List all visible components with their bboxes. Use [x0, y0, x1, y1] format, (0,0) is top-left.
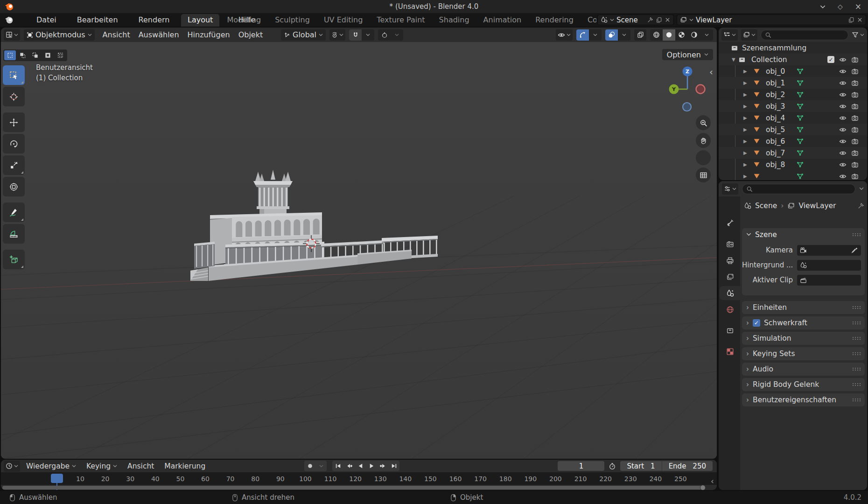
playhead-badge[interactable] [51, 474, 63, 483]
scene-selector[interactable]: Scene [597, 14, 674, 25]
hide-eye-icon[interactable] [839, 147, 847, 159]
hide-eye-icon[interactable] [839, 54, 847, 65]
expand-caret-icon[interactable]: ▶ [743, 124, 747, 135]
outliner-row-obj-7[interactable]: ▶ obj_7 [719, 147, 867, 159]
new-copy-icon[interactable] [656, 17, 662, 23]
select-mode-intersect[interactable] [55, 50, 66, 60]
editor-type-button[interactable] [722, 183, 738, 195]
disable-render-camera-icon[interactable] [851, 135, 859, 147]
tab-compositing[interactable]: Compositing [581, 14, 596, 27]
tool-scale-button[interactable] [3, 155, 25, 175]
new-copy-icon[interactable] [848, 17, 854, 23]
nav-camera-button[interactable] [696, 150, 711, 165]
outliner-row-obj-1[interactable]: ▶ obj_1 [719, 77, 867, 89]
tab-rendering[interactable]: Rendering [529, 14, 580, 27]
editor-type-button[interactable] [4, 29, 20, 41]
select-mode-set[interactable] [4, 50, 16, 60]
timeline-menu-keying[interactable]: Keying [82, 461, 121, 472]
collapse-caret-icon[interactable]: ▼ [732, 54, 735, 65]
overlays-dropdown[interactable] [618, 29, 630, 41]
nav-hand-button[interactable] [696, 133, 711, 148]
tab-shading[interactable]: Shading [433, 14, 476, 27]
nav-zoom-button[interactable] [696, 115, 711, 130]
close-icon[interactable] [857, 17, 863, 23]
viewport-menu-hinzuf-gen[interactable]: Hinzufügen [183, 30, 234, 39]
outliner-row-obj-3[interactable]: ▶ obj_3 [719, 100, 867, 112]
expand-caret-icon[interactable]: ▶ [743, 89, 747, 100]
expand-caret-icon[interactable]: ▶ [743, 100, 747, 112]
collection-checkbox[interactable]: ✓ [827, 54, 834, 65]
tab-animation[interactable]: Animation [477, 14, 528, 27]
close-icon[interactable] [665, 17, 671, 23]
stopwatch-icon[interactable] [609, 462, 616, 470]
tab-modeling[interactable]: Modeling [220, 14, 267, 27]
outliner-row-obj-4[interactable]: ▶ obj_4 [719, 112, 867, 124]
tab-object-tab[interactable] [720, 323, 740, 337]
outliner-row-collection[interactable]: ▼ Collection ✓ [719, 54, 867, 65]
show-gizmo-toggle[interactable] [576, 29, 589, 41]
shading-material-preview-button[interactable] [675, 29, 688, 41]
timeline-ruler[interactable]: 1020304050607080901001101201301401501601… [1, 472, 717, 485]
timeline-collapse-arrow[interactable]: ‹ [711, 476, 714, 486]
expand-caret-icon[interactable]: ▶ [743, 65, 747, 77]
gravity-checkbox[interactable]: ✓ [753, 319, 760, 327]
disable-render-camera-icon[interactable] [851, 54, 859, 65]
proportional-edit-toggle[interactable] [378, 29, 391, 41]
editor-type-button[interactable] [4, 461, 20, 472]
filter-id-dropdown[interactable] [741, 29, 757, 41]
timeline-scrollbar[interactable] [1, 485, 717, 490]
viewport-menu-ansicht[interactable]: Ansicht [98, 30, 134, 39]
shading-solid-button[interactable] [663, 29, 675, 41]
disable-render-camera-icon[interactable] [851, 65, 859, 77]
disable-render-camera-icon[interactable] [851, 77, 859, 89]
window-close-icon[interactable]: × [855, 2, 861, 11]
properties-search-input[interactable] [742, 184, 855, 194]
tool-rotate-button[interactable] [3, 134, 25, 154]
panel-benutzereigenschaften[interactable]: › Benutzereigenschaften [742, 393, 865, 406]
disable-render-camera-icon[interactable] [851, 89, 859, 100]
hide-eye-icon[interactable] [839, 77, 847, 89]
menu-bearbeiten[interactable]: Bearbeiten [70, 14, 125, 26]
hide-eye-icon[interactable] [839, 112, 847, 124]
panel-schwerkraft[interactable]: › ✓ Schwerkraft [742, 316, 865, 329]
blender-app-menu-icon[interactable] [5, 15, 14, 24]
hide-eye-icon[interactable] [839, 135, 847, 147]
field-aktiver-clip-input[interactable] [797, 275, 861, 286]
outliner-search-input[interactable] [761, 30, 848, 40]
tool-annotate-button[interactable] [3, 203, 25, 222]
snap-settings-dropdown[interactable] [362, 29, 374, 41]
panel-audio[interactable]: › Audio [742, 363, 865, 376]
drag-grip-icon[interactable] [852, 336, 861, 341]
panel-keying-sets[interactable]: › Keying Sets [742, 347, 865, 360]
disable-render-camera-icon[interactable] [851, 159, 859, 170]
hide-eye-icon[interactable] [839, 100, 847, 112]
options-button[interactable]: Optionen [662, 49, 713, 60]
disable-render-camera-icon[interactable] [851, 170, 859, 180]
record-button[interactable] [304, 461, 315, 471]
outliner-row-partial[interactable]: ▶ [719, 170, 867, 180]
navigation-gizmo[interactable]: Z Y [664, 66, 711, 112]
jump-first-button[interactable] [332, 461, 343, 471]
viewport-canvas[interactable]: Optionen Benutzeransicht (1) Collection [1, 42, 717, 459]
tool-move-button[interactable] [3, 112, 25, 132]
scrollbar-zoom-handle[interactable] [700, 485, 706, 490]
tool-transform-button[interactable] [3, 177, 25, 196]
hide-eye-icon[interactable] [839, 124, 847, 135]
tab-viewlayer-tab[interactable] [720, 270, 740, 284]
expand-caret-icon[interactable]: ▶ [743, 112, 747, 124]
tab-output-tab[interactable] [720, 253, 740, 267]
drag-grip-icon[interactable] [852, 382, 861, 387]
pivot-point-dropdown[interactable] [329, 29, 345, 41]
shading-wireframe-button[interactable] [650, 29, 663, 41]
disable-render-camera-icon[interactable] [851, 124, 859, 135]
current-frame-field[interactable]: 1 [557, 461, 605, 471]
tab-texture-tab[interactable] [720, 344, 740, 358]
outliner-row-scene-collection[interactable]: Szenensammlung [719, 42, 867, 54]
timeline-menu-ansicht[interactable]: Ansicht [123, 461, 158, 472]
outliner-row-obj-6[interactable]: ▶ obj_6 [719, 135, 867, 147]
expand-caret-icon[interactable]: ▶ [743, 135, 747, 147]
proportional-dropdown[interactable] [391, 29, 403, 41]
expand-caret-icon[interactable]: ▶ [743, 147, 747, 159]
key-next-button[interactable] [377, 461, 388, 471]
window-minimize-icon[interactable] [820, 3, 826, 10]
